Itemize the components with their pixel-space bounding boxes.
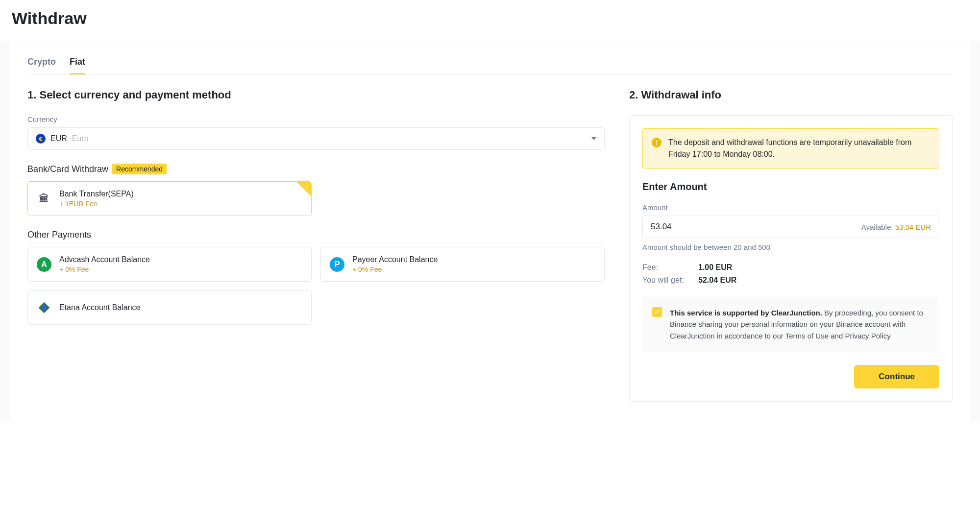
payment-fee: + 0% Fee <box>59 266 150 273</box>
payment-name: Etana Account Balance <box>59 303 140 312</box>
select-currency-title: 1. Select currency and payment method <box>27 89 605 101</box>
payment-name: Payeer Account Balance <box>352 255 438 264</box>
payment-name: Bank Transfer(SEPA) <box>59 190 134 198</box>
you-will-get-value: 52.04 EUR <box>698 276 736 285</box>
currency-code: EUR <box>50 134 67 143</box>
euro-icon: € <box>36 134 46 144</box>
currency-select[interactable]: € EUR Euro <box>27 127 605 150</box>
warning-icon: ! <box>652 138 662 147</box>
fee-value: 1.00 EUR <box>698 263 732 272</box>
tabs: Crypto Fiat <box>27 57 953 75</box>
amount-hint: Amount should be between 20 and 500 <box>642 243 939 251</box>
consent-checkbox[interactable]: ✓ <box>652 307 662 317</box>
consent-text: This service is supported by ClearJuncti… <box>670 307 930 341</box>
bank-card-section-label: Bank/Card Withdraw Recommended <box>27 164 605 174</box>
payment-fee: + 1EUR Fee <box>59 200 134 208</box>
available-balance: Available: 53.04 EUR <box>861 223 931 231</box>
withdrawal-info-title: 2. Withdrawal info <box>629 89 953 101</box>
tab-crypto[interactable]: Crypto <box>27 57 56 74</box>
payment-option-advcash[interactable]: A Advcash Account Balance + 0% Fee <box>27 247 312 282</box>
page-title: Withdraw <box>12 9 968 28</box>
amount-label: Amount <box>642 203 939 212</box>
bank-icon: 🏛 <box>37 192 51 206</box>
continue-button[interactable]: Continue <box>854 365 939 388</box>
advcash-icon: A <box>37 257 51 272</box>
amount-input[interactable] <box>651 222 861 232</box>
unavailable-alert: ! The deposit and withdrawal functions a… <box>642 128 939 169</box>
payeer-icon: P <box>330 257 344 272</box>
currency-name: Euro <box>72 134 89 143</box>
consent-bold: This service is supported by ClearJuncti… <box>670 309 822 317</box>
payment-option-payeer[interactable]: P Payeer Account Balance + 0% Fee <box>320 247 605 282</box>
etana-icon <box>37 300 51 315</box>
payment-fee: + 0% Fee <box>352 266 438 273</box>
tab-fiat[interactable]: Fiat <box>70 57 85 74</box>
available-label: Available: <box>861 223 895 231</box>
chevron-down-icon <box>591 137 596 140</box>
recommended-badge: Recommended <box>112 164 167 174</box>
you-will-get-label: You will get: <box>642 276 691 285</box>
alert-text: The deposit and withdrawal functions are… <box>668 137 930 160</box>
other-payments-label: Other Payments <box>27 230 605 240</box>
fee-label: Fee: <box>642 263 691 272</box>
payment-option-sepa[interactable]: ✓ 🏛 Bank Transfer(SEPA) + 1EUR Fee <box>27 181 312 216</box>
payment-option-etana[interactable]: Etana Account Balance <box>27 290 312 325</box>
payment-name: Advcash Account Balance <box>59 255 150 264</box>
available-value: 53.04 EUR <box>895 223 931 231</box>
bank-card-section-text: Bank/Card Withdraw <box>27 164 108 174</box>
currency-label: Currency <box>27 115 605 123</box>
enter-amount-title: Enter Amount <box>642 181 939 193</box>
check-icon: ✓ <box>305 183 310 190</box>
